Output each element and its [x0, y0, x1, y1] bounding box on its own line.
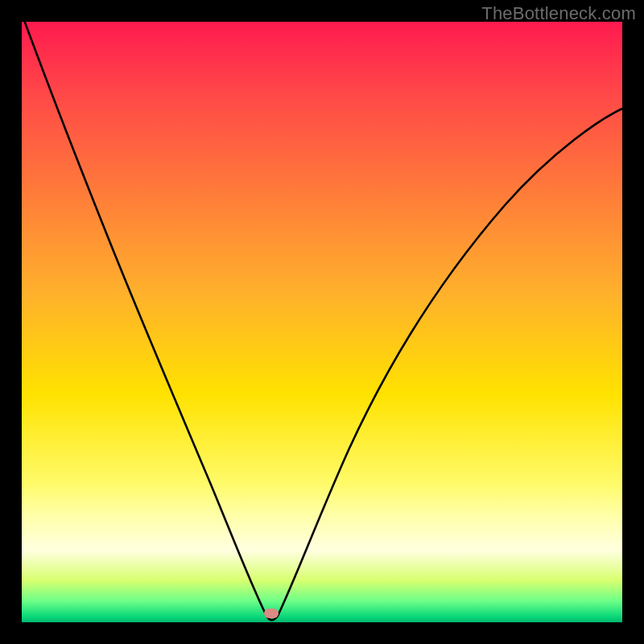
optimal-marker	[264, 609, 279, 618]
watermark-text: TheBottleneck.com	[481, 3, 636, 24]
bottleneck-curve	[22, 22, 622, 620]
curve-svg	[22, 22, 622, 622]
plot-area	[22, 22, 622, 622]
chart-frame: TheBottleneck.com	[0, 0, 644, 644]
